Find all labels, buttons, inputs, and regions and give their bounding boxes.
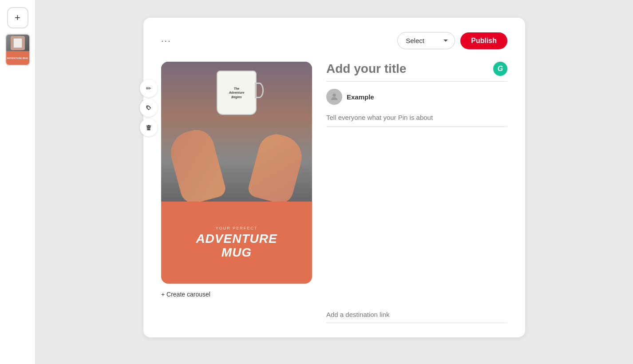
username: Example bbox=[347, 93, 374, 101]
image-container: ✏ bbox=[161, 62, 312, 284]
pin-image: TheAdventureBegins YOUR PERFECT ADVENTUR… bbox=[161, 62, 312, 284]
board-select[interactable]: Select Option 1 Option 2 bbox=[397, 32, 455, 49]
grammarly-button[interactable]: G bbox=[493, 62, 507, 76]
grammarly-icon: G bbox=[498, 65, 503, 73]
thumb-bottom: ADVENTURE MUG bbox=[6, 51, 29, 65]
delete-button[interactable] bbox=[140, 119, 158, 136]
avatar bbox=[326, 89, 342, 105]
thumbnail-item[interactable]: ADVENTURE MUG bbox=[5, 34, 30, 66]
title-row: G bbox=[326, 62, 507, 82]
tag-button[interactable] bbox=[140, 99, 158, 117]
thumb-label: ADVENTURE MUG bbox=[7, 57, 28, 59]
add-pin-button[interactable]: + bbox=[7, 7, 28, 28]
left-panel: ✏ bbox=[161, 62, 312, 323]
sidebar: + ADVENTURE MUG bbox=[0, 0, 36, 364]
main-area: ··· Select Option 1 Option 2 Publish ✏ bbox=[36, 0, 633, 364]
pin-image-bottom: YOUR PERFECT ADVENTURE MUG bbox=[161, 202, 312, 284]
mug-handle bbox=[255, 83, 264, 98]
user-row: Example bbox=[326, 89, 507, 105]
thumb-top bbox=[6, 35, 29, 51]
right-panel: G Example bbox=[326, 62, 507, 323]
card-body: ✏ bbox=[161, 62, 507, 323]
mug-scene: TheAdventureBegins bbox=[161, 62, 312, 202]
avatar-icon bbox=[329, 92, 339, 102]
adventure-sub: YOUR PERFECT bbox=[216, 226, 258, 230]
image-actions: ✏ bbox=[140, 79, 158, 136]
svg-point-0 bbox=[332, 94, 336, 97]
mug-text: TheAdventureBegins bbox=[229, 87, 245, 99]
destination-row bbox=[326, 311, 507, 323]
pin-editor-card: ··· Select Option 1 Option 2 Publish ✏ bbox=[143, 18, 525, 337]
trash-icon bbox=[146, 124, 152, 131]
more-options-button[interactable]: ··· bbox=[161, 36, 171, 46]
adventure-title: ADVENTURE MUG bbox=[196, 232, 277, 260]
title-input[interactable] bbox=[326, 62, 493, 76]
header-right: Select Option 1 Option 2 Publish bbox=[397, 32, 507, 49]
create-carousel-button[interactable]: + Create carousel bbox=[161, 291, 312, 298]
destination-input[interactable] bbox=[326, 311, 507, 318]
publish-button[interactable]: Publish bbox=[460, 32, 507, 49]
pin-image-top: TheAdventureBegins bbox=[161, 62, 312, 202]
card-header: ··· Select Option 1 Option 2 Publish bbox=[161, 32, 507, 49]
tag-icon bbox=[146, 105, 152, 111]
description-area bbox=[326, 134, 507, 311]
mug: TheAdventureBegins bbox=[217, 71, 257, 115]
description-input[interactable] bbox=[326, 114, 507, 127]
edit-button[interactable]: ✏ bbox=[140, 79, 158, 97]
